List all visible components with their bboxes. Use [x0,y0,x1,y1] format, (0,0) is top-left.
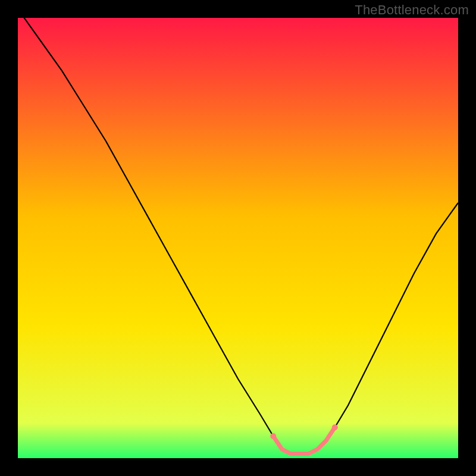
plot-area [18,18,458,458]
chart-frame: TheBottleneck.com [0,0,476,476]
highlight-start-dot [270,433,276,439]
watermark-text: TheBottleneck.com [355,2,469,18]
bottleneck-chart [0,0,476,476]
highlight-end-dot [332,424,338,430]
